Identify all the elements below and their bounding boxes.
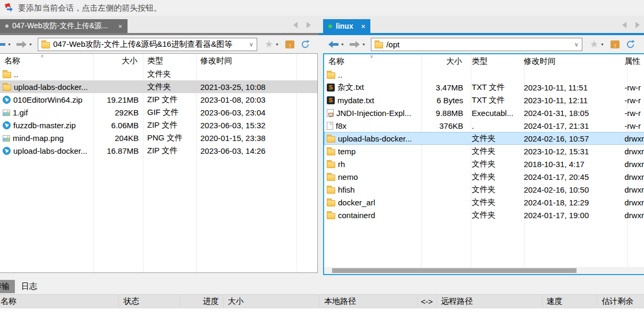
tab-remote-session[interactable]: linux ×: [323, 19, 370, 33]
file-mtime: 2023-10-11, 12:11: [520, 96, 621, 105]
file-row[interactable]: upload-labs-docker...文件夹2021-03-25, 10:0…: [0, 80, 317, 93]
chevron-down-icon[interactable]: ∨: [249, 41, 253, 48]
tab-local-session[interactable]: 047-Web攻防-文件上传&源... ×: [0, 19, 128, 33]
column-header-size[interactable]: 大小: [93, 56, 143, 66]
java-icon: [327, 109, 334, 117]
file-row[interactable]: fuzzdb-master.zip6.06MBZIP 文件2023-06-03,…: [0, 119, 317, 131]
file-row[interactable]: f8x376KB.2024-01-17, 21:31-rw-r: [324, 119, 644, 132]
file-row[interactable]: ..文件夹: [0, 68, 317, 80]
queue-header-remote-path[interactable]: 远程路径: [437, 295, 543, 308]
file-row[interactable]: hfish文件夹2024-02-16, 10:50drwxr: [324, 183, 644, 196]
file-mtime: 2023-06-03, 15:32: [196, 121, 296, 130]
file-row[interactable]: nemo文件夹2024-01-17, 20:45drwxr: [324, 170, 644, 183]
file-row[interactable]: Smydate.txt6 BytesTXT 文件2023-10-11, 12:1…: [324, 94, 644, 106]
queue-header-speed[interactable]: 速度: [543, 295, 598, 308]
column-header-attr[interactable]: 属性: [620, 56, 644, 67]
favorites-dropdown-icon[interactable]: ▼: [600, 43, 604, 46]
tab-local-label: 047-Web攻防-文件上传&源...: [12, 21, 108, 31]
file-attr: drwxr: [620, 211, 644, 220]
local-address-bar[interactable]: 047-Web攻防-文件上传&源码&16进制查看器&图等 ∨: [38, 38, 257, 51]
back-dropdown-icon[interactable]: ▼: [341, 43, 344, 46]
image-icon: [3, 135, 10, 142]
file-row[interactable]: S杂文.txt3.47MBTXT 文件2023-10-11, 11:51-rw-…: [324, 81, 644, 94]
file-name: temp: [338, 147, 355, 156]
local-file-list: ∧ 名称 大小 类型 修改时间 ..文件夹upload-labs-docker.…: [0, 53, 318, 273]
queue-header-direction[interactable]: <->: [418, 295, 437, 308]
queue-header-progress[interactable]: 进度: [180, 295, 224, 308]
file-name: ..: [14, 70, 18, 79]
file-row[interactable]: docker_arl文件夹2024-01-18, 12:29drwxr: [324, 196, 644, 209]
file-mtime: 2023-06-03, 23:04: [196, 108, 296, 117]
favorites-star-icon[interactable]: ★: [265, 39, 273, 49]
file-type: 文件夹: [468, 159, 520, 169]
tab-log[interactable]: 日志: [18, 280, 40, 293]
file-size: 9.88MB: [419, 109, 468, 118]
queue-header-eta[interactable]: 估计剩余: [597, 295, 644, 308]
refresh-icon[interactable]: [626, 40, 635, 49]
session-flag-icon: [4, 3, 14, 13]
file-mtime: 2024-02-16, 10:57: [520, 134, 621, 143]
notice-bar: 要添加当前会话，点击左侧的箭头按钮。: [0, 0, 644, 16]
back-icon[interactable]: [0, 41, 5, 48]
queue-header-status[interactable]: 状态: [119, 295, 180, 308]
file-row[interactable]: upload-labs-docker...16.87MBZIP 文件2023-0…: [0, 144, 317, 157]
tab-transfer[interactable]: 传输: [0, 280, 15, 293]
file-row[interactable]: JNDI-Injection-Expl...9.88MBExecutabl...…: [324, 106, 644, 119]
file-name: upload-labs-docker...: [338, 134, 412, 143]
transfer-queue-body: [0, 309, 644, 315]
horizontal-scrollbar[interactable]: [324, 267, 644, 274]
file-name: JNDI-Injection-Expl...: [336, 109, 411, 118]
file-mtime: 2018-10-31, 4:17: [520, 160, 621, 169]
column-header-type[interactable]: 类型: [468, 56, 520, 67]
file-attr: drwxr: [620, 147, 644, 156]
scroll-left-icon[interactable]: [622, 22, 626, 28]
forward-dropdown-icon[interactable]: ▼: [362, 43, 366, 46]
file-row[interactable]: 010EditorWin64.zip19.21MBZIP 文件2023-01-0…: [0, 93, 317, 106]
close-icon[interactable]: ×: [357, 22, 366, 30]
column-header-size[interactable]: 大小: [419, 56, 468, 67]
folder-icon: [327, 213, 335, 219]
scroll-right-icon[interactable]: [307, 22, 311, 28]
close-icon[interactable]: ×: [114, 22, 122, 30]
back-icon[interactable]: [328, 41, 338, 48]
file-row[interactable]: mind-map.png204KBPNG 文件2020-01-15, 23:38: [0, 131, 317, 144]
forward-icon[interactable]: [16, 41, 27, 48]
queue-header-size[interactable]: 大小: [224, 295, 320, 308]
scrollbar-thumb[interactable]: [332, 268, 577, 273]
back-dropdown-icon[interactable]: ▼: [7, 43, 11, 46]
image-icon: [3, 110, 10, 116]
remote-address-bar[interactable]: /opt ∨: [371, 38, 582, 51]
scroll-left-icon[interactable]: [293, 22, 298, 28]
file-row[interactable]: temp文件夹2023-10-12, 15:31drwxr: [324, 145, 644, 158]
favorites-star-icon[interactable]: ★: [590, 39, 598, 49]
file-size: 6 Bytes: [419, 96, 468, 105]
queue-header-name[interactable]: 名称: [0, 295, 119, 308]
file-row[interactable]: upload-labs-docker...文件夹2024-02-16, 10:5…: [324, 132, 644, 145]
file-name: docker_arl: [338, 198, 375, 207]
file-type: .: [468, 121, 520, 130]
file-row[interactable]: rh文件夹2018-10-31, 4:17drwxr: [324, 158, 644, 170]
file-type: TXT 文件: [468, 82, 520, 93]
column-header-mtime[interactable]: 修改时间: [520, 56, 621, 67]
column-header-type[interactable]: 类型: [143, 56, 196, 66]
list-header: ∨ 名称 大小 类型 修改时间 属性: [324, 54, 644, 68]
file-attr: drwxr: [620, 160, 644, 169]
queue-header-local-path[interactable]: 本地路径: [320, 295, 417, 308]
forward-icon[interactable]: [350, 41, 360, 48]
chevron-down-icon[interactable]: ∨: [574, 41, 579, 48]
home-folder-icon[interactable]: ↑: [285, 40, 294, 48]
refresh-icon[interactable]: [301, 40, 310, 49]
favorites-dropdown-icon[interactable]: ▼: [275, 43, 279, 46]
sort-asc-icon: ∧: [40, 54, 44, 59]
file-row[interactable]: containerd文件夹2024-01-17, 19:00drwxr: [324, 209, 644, 221]
file-type: 文件夹: [468, 172, 520, 182]
file-row[interactable]: ..: [324, 68, 644, 81]
column-header-name[interactable]: 名称: [0, 56, 93, 66]
scroll-right-icon[interactable]: [635, 22, 640, 28]
column-header-mtime[interactable]: 修改时间: [196, 56, 296, 66]
file-row[interactable]: 1.gif292KBGIF 文件2023-06-03, 23:04: [0, 106, 317, 119]
forward-dropdown-icon[interactable]: ▼: [29, 43, 32, 46]
file-name: hfish: [338, 185, 355, 194]
local-toolbar: ▼ ▼ 047-Web攻防-文件上传&源码&16进制查看器&图等 ∨ ★ ▼ ↑: [0, 35, 317, 53]
home-folder-icon[interactable]: ↑: [611, 40, 620, 48]
